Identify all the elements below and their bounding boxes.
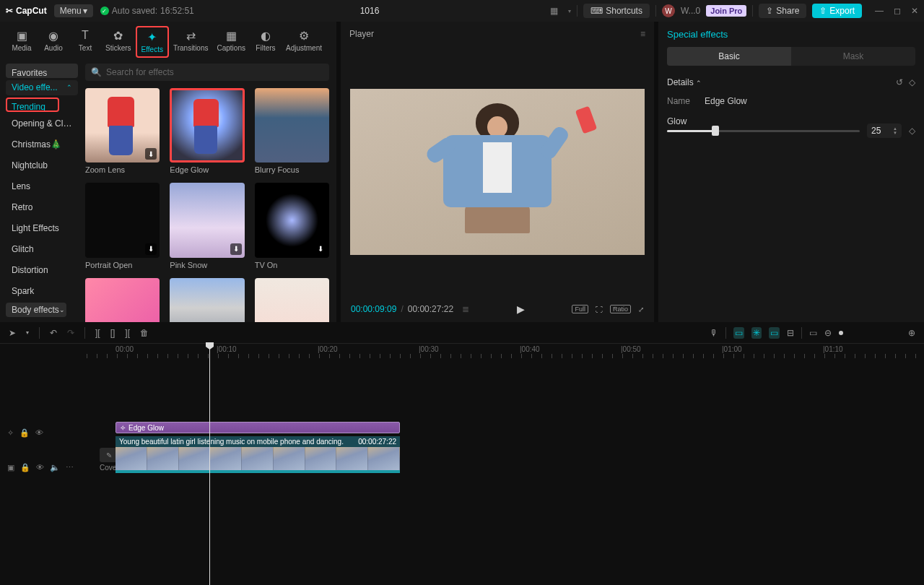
tool-tab-text[interactable]: TText [69,26,101,58]
category-item[interactable]: Christmas🎄 [6,135,78,154]
effect-item[interactable]: ⬇TV On [255,183,329,269]
tool-tab-captions[interactable]: ▦Captions [213,26,250,58]
effect-thumb[interactable]: ⬇ [255,278,329,322]
preview-icon[interactable]: ▭ [809,328,817,338]
redo-button[interactable]: ↷ [67,328,74,338]
menu-button[interactable]: Menu ▾ [54,4,93,17]
glow-slider[interactable] [667,126,860,136]
reset-icon[interactable]: ↺ [896,77,903,87]
effect-thumb[interactable] [255,88,329,162]
category-item[interactable]: Distortion [6,261,78,280]
category-item[interactable]: Light Effects [6,219,78,238]
tool-tab-filters[interactable]: ◐Filters [250,26,282,58]
snap-icon[interactable]: ✳ [751,327,762,339]
category-item[interactable]: Retro [6,198,78,217]
magnet-icon[interactable]: ▭ [733,327,744,339]
effect-item[interactable]: Blurry Focus [255,88,329,174]
link-icon[interactable]: ▭ [769,327,780,339]
keyframe-diamond-icon[interactable]: ◇ [909,126,915,136]
effect-thumb[interactable]: ⬇ [170,278,244,322]
eye-icon[interactable]: 👁 [35,428,43,437]
category-item[interactable]: Nightclub [6,156,78,175]
details-header[interactable]: Details ⌃ [667,77,702,87]
split-left-icon[interactable]: [​] [110,328,116,338]
category-video-effects[interactable]: Video effe...⌃ [6,80,78,95]
search-input[interactable]: 🔍Search for effects [85,64,329,81]
effect-item[interactable]: ⬇Vertical Close [170,278,244,322]
effect-item[interactable]: ⬇Shake [85,278,160,322]
align-icon[interactable]: ⊟ [787,328,794,338]
download-icon[interactable]: ⬇ [230,243,242,255]
lock-icon[interactable]: 🔒 [19,428,30,438]
effect-thumb[interactable]: ⬇ [85,183,160,257]
zoom-in-icon[interactable]: ⊕ [908,328,915,338]
effect-item[interactable]: ⬇Zoom Lens [85,88,160,174]
play-button[interactable]: ▶ [517,303,525,315]
effect-thumb[interactable]: ⬇ [255,183,329,257]
maximize-icon[interactable]: ◻ [894,6,901,16]
glow-value-input[interactable]: 25 ▲▼ [867,124,902,138]
effect-item[interactable]: ⬇Portrait Open [85,183,160,269]
undo-button[interactable]: ↶ [50,328,57,338]
category-favorites[interactable]: Favorites [6,64,78,78]
project-title[interactable]: 1016 [201,6,538,16]
mic-icon[interactable]: 🎙 [710,328,718,338]
shortcuts-button[interactable]: ⌨Shortcuts [583,4,650,18]
effect-item[interactable]: ⬇Silver Glitter [255,278,329,322]
delete-icon[interactable]: 🗑 [140,328,149,338]
category-trending[interactable]: Trending [6,98,59,112]
effect-thumb[interactable]: ⬇ [170,183,244,257]
pointer-tool-icon[interactable]: ➤ [9,328,16,338]
effect-thumb[interactable]: ⬇ [85,88,160,162]
minimize-icon[interactable]: — [875,6,884,16]
split-icon[interactable]: ]​[ [95,328,100,338]
crop-icon[interactable]: ⛶ [596,306,603,313]
category-item[interactable]: Lens [6,177,78,196]
keyframe-diamond-icon[interactable]: ◇ [909,77,915,87]
category-item[interactable]: Glitch [6,240,78,259]
tool-tab-stickers[interactable]: ✿Stickers [101,26,136,58]
more-icon[interactable]: ⋯ [66,463,74,472]
tool-tab-media[interactable]: ▣Media [6,26,38,58]
split-right-icon[interactable]: ]​[ [125,328,130,338]
effects-track-icon[interactable]: ✧ [7,428,14,438]
mute-icon[interactable]: 🔈 [50,463,60,472]
close-icon[interactable]: ✕ [911,6,918,16]
playhead[interactable] [209,344,210,585]
category-body-effects[interactable]: Body effects⌄ [6,303,66,317]
video-clip[interactable]: Young beautiful latin girl listening mus… [116,436,400,473]
effect-thumb[interactable]: ⬇ [85,278,160,322]
effect-item[interactable]: ⬇Pink Snow [170,183,244,269]
full-button[interactable]: Full [572,305,588,313]
tool-tab-transitions[interactable]: ⇄Transitions [169,26,213,58]
share-button[interactable]: ⇪Share [759,4,806,18]
ratio-button[interactable]: Ratio [610,305,631,313]
export-button[interactable]: ⇧Export [812,4,862,18]
tool-tab-adjustment[interactable]: ⚙Adjustment [282,26,326,58]
chevron-down-icon[interactable]: ▾ [26,329,29,336]
layout-icon[interactable]: ▦ [545,4,562,18]
avatar[interactable]: W [662,4,675,17]
tool-tab-effects[interactable]: ✦Effects [136,26,169,58]
category-item[interactable]: Opening & Clo... [6,114,78,133]
eye-icon[interactable]: 👁 [36,463,44,472]
tab-mask[interactable]: Mask [791,47,915,66]
zoom-out-icon[interactable]: ⊖ [824,328,832,338]
tool-tab-audio[interactable]: ◉Audio [38,26,69,58]
effect-thumb[interactable] [170,88,244,162]
category-item[interactable]: Spark [6,282,78,300]
effect-item[interactable]: Edge Glow [170,88,244,174]
zoom-slider[interactable] [839,331,843,335]
download-icon[interactable]: ⬇ [145,148,157,160]
join-pro-button[interactable]: Join Pro [706,5,746,17]
tab-basic[interactable]: Basic [667,47,791,66]
video-preview[interactable] [341,46,654,298]
spin-down-icon[interactable]: ▼ [893,131,897,135]
video-track-icon[interactable]: ▣ [7,463,14,472]
lock-icon[interactable]: 🔒 [20,463,30,472]
list-icon[interactable]: ≣ [462,304,469,314]
download-icon[interactable]: ⬇ [315,243,326,255]
download-icon[interactable]: ⬇ [145,243,157,255]
effect-clip[interactable]: ✧ Edge Glow [116,422,400,433]
chevron-down-icon[interactable]: ▾ [568,8,571,14]
